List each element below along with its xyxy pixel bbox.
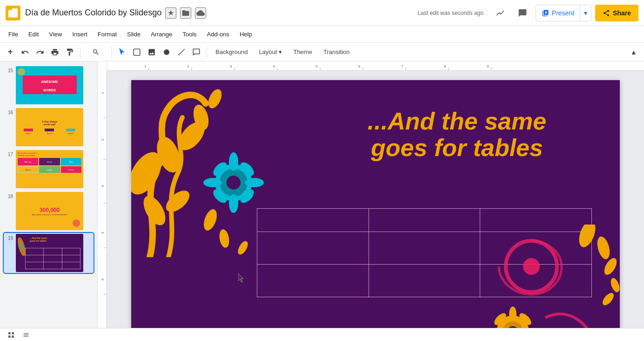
present-dropdown-arrow[interactable]: ▾ (580, 5, 591, 21)
svg-text:2: 2 (187, 64, 189, 68)
svg-text:1: 1 (144, 64, 147, 68)
svg-point-56 (218, 229, 231, 249)
menu-view[interactable]: View (44, 29, 67, 40)
table-cell-h1[interactable] (257, 209, 369, 232)
bottom-bar (0, 328, 644, 341)
svg-text:4: 4 (101, 232, 105, 234)
slide-canvas[interactable]: ...And the same goes for tables (107, 71, 644, 341)
star-button[interactable]: ★ (165, 7, 176, 19)
table-cell-22[interactable] (369, 232, 480, 265)
svg-text:5: 5 (101, 278, 105, 280)
top-right-icons: Present ▾ Share (491, 4, 638, 22)
canvas-area: 1 2 3 4 5 6 7 8 9 (98, 61, 644, 341)
svg-text:2: 2 (101, 138, 105, 141)
thumb-img-18: 300,000 Big numbers catch your audience … (16, 192, 83, 230)
slide-thumb-15[interactable]: 15 AWESOME WORDS (4, 65, 94, 105)
cursor-tool-button[interactable] (115, 45, 128, 60)
comments-button[interactable] (513, 4, 532, 22)
menu-insert[interactable]: Insert (67, 29, 92, 40)
analytics-button[interactable] (491, 4, 510, 22)
svg-point-64 (601, 291, 616, 307)
menu-addons[interactable]: Add-ons (202, 29, 234, 40)
menu-format[interactable]: Format (93, 29, 121, 40)
deco-top-left (131, 80, 275, 257)
comment-button[interactable] (190, 45, 203, 60)
share-button[interactable]: Share (595, 5, 638, 21)
app-icon[interactable] (6, 6, 20, 20)
svg-text:6: 6 (358, 64, 361, 68)
table-cell-31[interactable] (257, 265, 369, 297)
layout-arrow-icon: ▾ (279, 48, 282, 55)
svg-point-59 (523, 258, 540, 275)
slide-num-15: 15 (5, 66, 13, 73)
zoom-button[interactable] (84, 45, 107, 60)
menu-slide[interactable]: Slide (122, 29, 145, 40)
svg-point-48 (229, 194, 238, 213)
present-label: Present (552, 9, 574, 17)
folder-button[interactable] (180, 7, 191, 19)
slide-num-17: 17 (5, 150, 13, 157)
table-cell-21[interactable] (257, 232, 369, 265)
print-button[interactable] (48, 45, 61, 60)
menu-help[interactable]: Help (235, 29, 257, 40)
shape-button[interactable] (160, 45, 173, 60)
menu-bar: File Edit View Insert Format Slide Arran… (0, 26, 644, 43)
top-bar: Día de Muertos Colorido by Slidesgo ★ La… (0, 0, 644, 26)
theme-button[interactable]: Theme (288, 45, 316, 60)
menu-file[interactable]: File (4, 29, 23, 40)
select-tool-button[interactable] (130, 45, 143, 60)
title-icons: ★ (165, 7, 206, 19)
add-slide-button[interactable]: + (4, 45, 17, 60)
menu-edit[interactable]: Edit (24, 29, 43, 40)
canvas-body: 1 2 3 4 5 (98, 71, 644, 341)
svg-text:8: 8 (444, 64, 446, 68)
main-slide[interactable]: ...And the same goes for tables (131, 80, 620, 341)
svg-point-63 (609, 277, 620, 293)
present-button[interactable]: Present ▾ (536, 5, 591, 21)
svg-point-61 (595, 235, 612, 261)
grid-view-button[interactable] (6, 329, 17, 341)
cloud-button[interactable] (195, 7, 206, 19)
layout-button[interactable]: Layout ▾ (254, 45, 287, 60)
doc-title[interactable]: Día de Muertos Colorido by Slidesgo (25, 8, 161, 18)
slide-title-line2: goes for tables (313, 135, 601, 161)
svg-rect-0 (134, 49, 140, 55)
thumb-img-16: A time alwaysworks well Step 1 Step 2 St… (16, 108, 83, 146)
redo-button[interactable] (34, 45, 47, 60)
svg-text:3: 3 (230, 64, 232, 68)
line-button[interactable] (175, 45, 188, 60)
svg-point-43 (206, 87, 224, 110)
menu-arrange[interactable]: Arrange (146, 29, 177, 40)
slide-thumb-16[interactable]: 16 A time alwaysworks well Step 1 Step 2 (4, 107, 94, 147)
slide-thumb-18[interactable]: 18 300,000 Big numbers catch your audien… (4, 191, 94, 231)
layout-label: Layout (259, 48, 277, 55)
table-cell-h2[interactable] (369, 209, 480, 232)
svg-point-6 (20, 245, 23, 248)
sep1 (80, 47, 80, 58)
paint-format-button[interactable] (63, 45, 76, 60)
background-label: Background (215, 48, 248, 55)
svg-text:7: 7 (401, 64, 403, 68)
slide-thumb-19[interactable]: 19 ...And the samegoes for tables (4, 233, 94, 273)
svg-point-60 (576, 225, 599, 249)
slide-num-19: 19 (5, 234, 13, 241)
svg-point-47 (229, 152, 238, 171)
undo-button[interactable] (19, 45, 32, 60)
list-view-button[interactable] (20, 329, 32, 341)
svg-point-57 (236, 239, 250, 256)
main-area: 15 AWESOME WORDS 16 A time (0, 61, 644, 341)
menu-tools[interactable]: Tools (178, 29, 201, 40)
deco-bottom-right (471, 225, 620, 341)
slide-thumb-17[interactable]: 17 Reviewing concepts isusually a good i… (4, 149, 94, 189)
thumb-img-15: AWESOME WORDS (16, 66, 83, 104)
cursor-indicator (238, 273, 246, 285)
slide-panel: 15 AWESOME WORDS 16 A time (0, 61, 98, 341)
present-main[interactable]: Present (536, 5, 580, 21)
collapse-toolbar-button[interactable]: ▲ (627, 45, 640, 60)
background-button[interactable]: Background (211, 45, 252, 60)
image-button[interactable] (145, 45, 158, 60)
svg-point-62 (602, 256, 619, 277)
table-cell-32[interactable] (369, 265, 480, 297)
slide-title[interactable]: ...And the same goes for tables (313, 108, 601, 161)
transition-button[interactable]: Transition (319, 45, 355, 60)
